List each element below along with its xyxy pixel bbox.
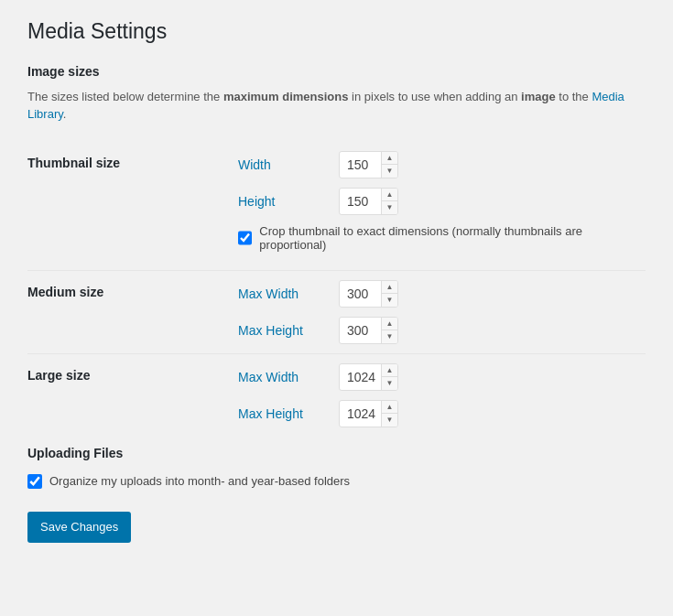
page-title: Media Settings (27, 18, 646, 46)
large-height-up[interactable]: ▲ (382, 401, 397, 415)
medium-height-up[interactable]: ▲ (382, 318, 397, 331)
medium-width-up[interactable]: ▲ (382, 281, 397, 295)
crop-checkbox-row: Crop thumbnail to exact dimensions (norm… (238, 224, 636, 252)
medium-size-label: Medium size (27, 270, 229, 353)
image-sizes-description: The sizes listed below determine the max… (27, 88, 646, 124)
large-width-up[interactable]: ▲ (382, 364, 397, 378)
large-size-content: Max Width ▲ ▼ Max Height ▲ ▼ (229, 353, 646, 437)
organize-checkbox-row: Organize my uploads into month- and year… (27, 474, 646, 489)
thumbnail-height-down[interactable]: ▼ (382, 201, 397, 214)
medium-height-group: Max Height ▲ ▼ (238, 317, 636, 344)
large-width-wrap: ▲ ▼ (339, 363, 398, 391)
medium-width-wrap: ▲ ▼ (339, 280, 398, 308)
thumbnail-width-up[interactable]: ▲ (382, 152, 397, 166)
thumbnail-height-wrap: ▲ ▼ (339, 188, 398, 215)
thumbnail-height-group: Height ▲ ▼ (238, 188, 636, 215)
large-height-down[interactable]: ▼ (382, 414, 397, 427)
large-size-row: Large size Max Width ▲ ▼ Max Height ▲ (27, 353, 646, 437)
large-height-group: Max Height ▲ ▼ (238, 400, 636, 427)
medium-width-down[interactable]: ▼ (382, 294, 397, 307)
medium-height-label: Max Height (238, 323, 339, 338)
medium-size-row: Medium size Max Width ▲ ▼ Max Height ▲ (27, 270, 646, 353)
large-size-label: Large size (27, 353, 229, 437)
medium-height-spinner: ▲ ▼ (381, 318, 397, 343)
thumbnail-size-label: Thumbnail size (27, 142, 229, 271)
medium-width-label: Max Width (238, 286, 339, 301)
organize-uploads-label: Organize my uploads into month- and year… (49, 474, 350, 488)
medium-width-spinner: ▲ ▼ (381, 281, 397, 307)
medium-height-down[interactable]: ▼ (382, 330, 397, 343)
crop-thumbnail-checkbox[interactable] (238, 231, 252, 245)
thumbnail-width-label: Width (238, 157, 339, 172)
uploading-section: Uploading Files Organize my uploads into… (27, 446, 646, 489)
thumbnail-height-label: Height (238, 194, 339, 209)
thumbnail-height-up[interactable]: ▲ (382, 189, 397, 202)
organize-uploads-checkbox[interactable] (27, 474, 42, 489)
uploading-heading: Uploading Files (27, 446, 646, 460)
thumbnail-size-row: Thumbnail size Width ▲ ▼ Height ▲ (27, 142, 646, 271)
large-height-wrap: ▲ ▼ (339, 400, 398, 427)
settings-table: Thumbnail size Width ▲ ▼ Height ▲ (27, 142, 646, 437)
large-width-spinner: ▲ ▼ (381, 364, 397, 390)
thumbnail-height-spinner: ▲ ▼ (381, 189, 397, 214)
medium-width-group: Max Width ▲ ▼ (238, 280, 636, 308)
crop-thumbnail-label: Crop thumbnail to exact dimensions (norm… (259, 224, 636, 252)
large-height-spinner: ▲ ▼ (381, 401, 397, 427)
thumbnail-width-wrap: ▲ ▼ (339, 151, 398, 178)
medium-size-content: Max Width ▲ ▼ Max Height ▲ ▼ (229, 270, 646, 353)
thumbnail-width-down[interactable]: ▼ (382, 165, 397, 178)
image-sizes-heading: Image sizes (27, 64, 646, 79)
thumbnail-size-content: Width ▲ ▼ Height ▲ ▼ (229, 142, 646, 271)
large-width-label: Max Width (238, 370, 339, 384)
save-changes-button[interactable]: Save Changes (27, 512, 131, 543)
medium-height-wrap: ▲ ▼ (339, 317, 398, 344)
large-height-label: Max Height (238, 406, 339, 421)
thumbnail-width-spinner: ▲ ▼ (381, 152, 397, 178)
thumbnail-width-group: Width ▲ ▼ (238, 151, 636, 178)
large-width-down[interactable]: ▼ (382, 377, 397, 390)
large-width-group: Max Width ▲ ▼ (238, 363, 636, 391)
